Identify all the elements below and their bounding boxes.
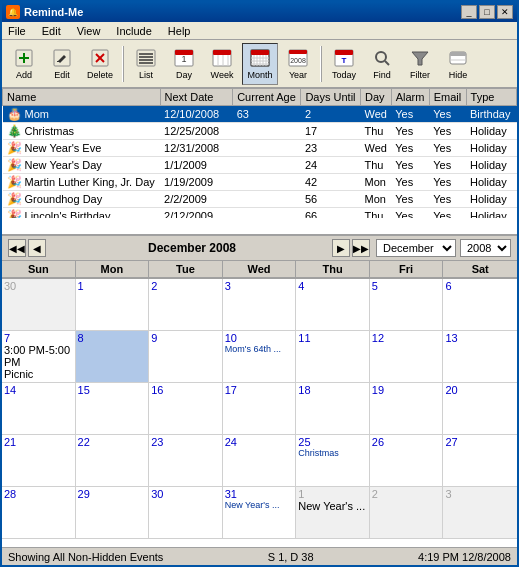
menu-edit[interactable]: Edit — [40, 25, 63, 37]
table-scroll[interactable]: Name Next Date Current Age Days Until Da… — [2, 88, 517, 218]
menu-view[interactable]: View — [75, 25, 103, 37]
col-next-date[interactable]: Next Date — [160, 89, 233, 106]
day-number: 19 — [372, 384, 441, 396]
table-row[interactable]: 🎂 Mom 12/10/2008 63 2 Wed Yes Yes Birthd… — [3, 106, 517, 123]
col-email[interactable]: Email — [429, 89, 466, 106]
table-row[interactable]: 🎉 Groundhog Day 2/2/2009 56 Mon Yes Yes … — [3, 191, 517, 208]
menu-file[interactable]: File — [6, 25, 28, 37]
table-row[interactable]: 🎉 Lincoln's Birthday 2/12/2009 66 Thu Ye… — [3, 208, 517, 219]
year-button[interactable]: 2008 Year — [280, 43, 316, 85]
list-button[interactable]: List — [128, 43, 164, 85]
calendar-cell[interactable]: 1New Year's ... — [296, 487, 370, 539]
list-icon — [135, 47, 157, 69]
cell-next-date: 12/31/2008 — [160, 140, 233, 157]
svg-text:T: T — [342, 56, 347, 65]
hide-button[interactable]: Hide — [440, 43, 476, 85]
cell-type: Holiday — [466, 157, 516, 174]
cell-day: Wed — [361, 140, 392, 157]
table-row[interactable]: 🎉 New Year's Day 1/1/2009 24 Thu Yes Yes… — [3, 157, 517, 174]
today-button[interactable]: T Today — [326, 43, 362, 85]
next-next-month-button[interactable]: ▶▶ — [352, 239, 370, 257]
menu-include[interactable]: Include — [114, 25, 153, 37]
calendar-cell[interactable]: 30 — [149, 487, 223, 539]
year-select[interactable]: 20062007200820092010 — [460, 239, 511, 257]
calendar-cell[interactable]: 15 — [76, 383, 150, 435]
calendar-cell[interactable]: 17 — [223, 383, 297, 435]
calendar-cell[interactable]: 19 — [370, 383, 444, 435]
prev-prev-month-button[interactable]: ◀◀ — [8, 239, 26, 257]
calendar-cell[interactable]: 25Christmas — [296, 435, 370, 487]
cell-next-date: 12/10/2008 — [160, 106, 233, 123]
header-mon: Mon — [76, 261, 150, 277]
calendar-cell[interactable]: 4 — [296, 279, 370, 331]
menu-help[interactable]: Help — [166, 25, 193, 37]
calendar-cell[interactable]: 26 — [370, 435, 444, 487]
calendar-cell[interactable]: 5 — [370, 279, 444, 331]
calendar-cell[interactable]: 23 — [149, 435, 223, 487]
calendar-cell[interactable]: 2 — [149, 279, 223, 331]
cell-alarm: Yes — [391, 191, 429, 208]
calendar-cell[interactable]: 31New Year's ... — [223, 487, 297, 539]
table-row[interactable]: 🎉 New Year's Eve 12/31/2008 23 Wed Yes Y… — [3, 140, 517, 157]
add-button[interactable]: Add — [6, 43, 42, 85]
calendar-cell[interactable]: 18 — [296, 383, 370, 435]
cell-email: Yes — [429, 191, 466, 208]
cell-days: 56 — [301, 191, 361, 208]
calendar-cell[interactable]: 9 — [149, 331, 223, 383]
prev-month-button[interactable]: ◀ — [28, 239, 46, 257]
col-name[interactable]: Name — [3, 89, 161, 106]
calendar-cell[interactable]: 10Mom's 64th ... — [223, 331, 297, 383]
calendar-cell[interactable]: 29 — [76, 487, 150, 539]
col-days-until[interactable]: Days Until — [301, 89, 361, 106]
filter-button[interactable]: Filter — [402, 43, 438, 85]
calendar-cell[interactable]: 12 — [370, 331, 444, 383]
edit-button[interactable]: Edit — [44, 43, 80, 85]
calendar-cell[interactable]: 73:00 PM-5:00 PMPicnic — [2, 331, 76, 383]
table-row[interactable]: 🎄 Christmas 12/25/2008 17 Thu Yes Yes Ho… — [3, 123, 517, 140]
calendar-cell[interactable]: 2 — [370, 487, 444, 539]
week-button[interactable]: Week — [204, 43, 240, 85]
col-type[interactable]: Type — [466, 89, 516, 106]
cell-days: 24 — [301, 157, 361, 174]
month-button[interactable]: Month — [242, 43, 278, 85]
cell-days: 42 — [301, 174, 361, 191]
cell-age — [233, 191, 301, 208]
month-select[interactable]: JanuaryFebruaryMarchApril MayJuneJulyAug… — [376, 239, 456, 257]
calendar-event: Christmas — [298, 448, 367, 459]
calendar-cell[interactable]: 16 — [149, 383, 223, 435]
table-row[interactable]: 🎉 Martin Luther King, Jr. Day 1/19/2009 … — [3, 174, 517, 191]
day-number: 29 — [78, 488, 147, 500]
next-month-button[interactable]: ▶ — [332, 239, 350, 257]
calendar-cell[interactable]: 27 — [443, 435, 517, 487]
calendar-cell[interactable]: 11 — [296, 331, 370, 383]
day-button[interactable]: 1 Day — [166, 43, 202, 85]
calendar-cell[interactable]: 24 — [223, 435, 297, 487]
col-current-age[interactable]: Current Age — [233, 89, 301, 106]
calendar-cell[interactable]: 21 — [2, 435, 76, 487]
calendar-cell[interactable]: 8 — [76, 331, 150, 383]
calendar-cell[interactable]: 1 — [76, 279, 150, 331]
calendar-cell[interactable]: 14 — [2, 383, 76, 435]
day-number: 26 — [372, 436, 441, 448]
maximize-button[interactable]: □ — [479, 5, 495, 19]
day-number: 25 — [298, 436, 367, 448]
cell-email: Yes — [429, 208, 466, 219]
calendar-cell[interactable]: 30 — [2, 279, 76, 331]
calendar-cell[interactable]: 3 — [223, 279, 297, 331]
minimize-button[interactable]: _ — [461, 5, 477, 19]
col-alarm[interactable]: Alarm — [391, 89, 429, 106]
calendar-cell[interactable]: 3 — [443, 487, 517, 539]
day-number: 15 — [78, 384, 147, 396]
svg-text:1: 1 — [181, 54, 186, 64]
calendar-cell[interactable]: 20 — [443, 383, 517, 435]
col-day[interactable]: Day — [361, 89, 392, 106]
delete-button[interactable]: Delete — [82, 43, 118, 85]
calendar-cell[interactable]: 6 — [443, 279, 517, 331]
close-button[interactable]: ✕ — [497, 5, 513, 19]
calendar-cell[interactable]: 28 — [2, 487, 76, 539]
find-button[interactable]: Find — [364, 43, 400, 85]
day-number: 14 — [4, 384, 73, 396]
calendar-cell[interactable]: 22 — [76, 435, 150, 487]
cell-type: Holiday — [466, 140, 516, 157]
calendar-cell[interactable]: 13 — [443, 331, 517, 383]
